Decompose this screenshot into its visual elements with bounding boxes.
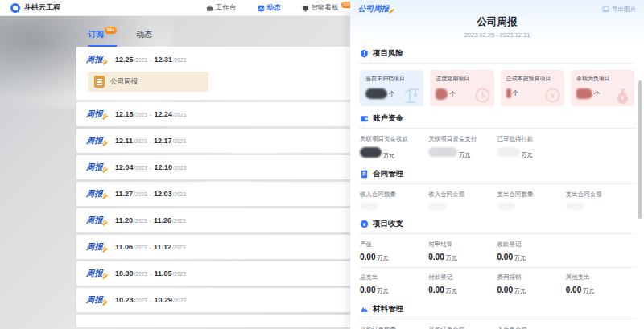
date-start-year: /2023 [134, 271, 147, 277]
date-end: 12.10 [154, 163, 172, 171]
nav-item-workbench[interactable]: 工作台 [206, 3, 237, 13]
doc-icon [94, 76, 105, 88]
date-separator: - [150, 297, 152, 304]
date-end-year: /2023 [172, 218, 185, 224]
date-end-year: /2023 [173, 112, 186, 117]
report-row[interactable]: 周报 10.23/2023-10.29/2023 [76, 288, 350, 312]
clock-icon [473, 86, 492, 105]
coin-icon: ¥ [360, 220, 369, 228]
report-tag: 周报 [86, 268, 108, 279]
nav-item-feed[interactable]: 动态 [258, 3, 281, 13]
date-end: 12.31 [154, 56, 172, 64]
date-range: 11.27/2023-12.03/2023 [115, 190, 186, 198]
left-panel: 订阅 99+ 动态 周报 12.25/2023 - 12.31/2023 [0, 16, 350, 329]
metric-income-contract-count: 收入合同数量 [360, 191, 428, 210]
date-end-year: /2023 [172, 245, 185, 250]
redacted-value [365, 88, 387, 99]
date-end-year: /2023 [173, 165, 186, 171]
metric-unit: 万元 [446, 287, 457, 295]
metric-label: 收款登记 [497, 241, 566, 249]
card-label: 进度延期项目 [436, 75, 488, 83]
redacted-value [360, 203, 378, 210]
board-icon [302, 5, 309, 12]
report-tag: 周报 [86, 135, 108, 146]
nav-item-board[interactable]: 智能看板 NEW [302, 3, 357, 13]
risk-card-negative-balance: 余额为负项目 个 ¥ [571, 70, 634, 106]
date-range: 10.23/2023-10.29/2023 [115, 296, 186, 304]
report-tag: 周报 [86, 162, 108, 173]
redacted-value [566, 203, 584, 210]
tab-subscribe[interactable]: 订阅 99+ [88, 29, 117, 47]
panel-scrollbar[interactable] [638, 80, 642, 219]
metric-approved-pending: 已审批待付款 万元 [497, 135, 566, 160]
metric-output-value: 产值 0.00万元 [360, 241, 428, 262]
metric-label: 采购订单数量 [360, 326, 428, 329]
report-row-partial[interactable] [76, 315, 350, 327]
report-tag: 周报 [86, 294, 108, 306]
metric-total-expense: 总支出 0.00万元 [360, 273, 428, 295]
card-unit: 个 [513, 89, 519, 97]
tab-label: 动态 [136, 29, 152, 40]
section-title: 材料管理 [373, 304, 403, 315]
contract-icon [360, 170, 369, 179]
report-row[interactable]: 周报 11.06/2023-11.12/2023 [76, 235, 350, 259]
section-funds: 账户资金 关联项目资金收款 万元 关联项目资金支付 万元 已审批待付款 万元 [350, 109, 644, 160]
report-subitem-company-weekly[interactable]: 公司周报 [88, 72, 208, 92]
metric-value: 0.00 [566, 286, 581, 294]
date-start: 10.23 [115, 296, 134, 304]
metric-value: 0.00 [497, 286, 513, 294]
date-end: 12.24 [154, 110, 172, 118]
report-tag: 周报 [86, 54, 108, 65]
report-row[interactable]: 周报 11.20/2023-11.26/2023 [76, 208, 350, 232]
date-range: 12.18/2023-12.24/2023 [115, 110, 186, 118]
date-separator: - [149, 138, 151, 145]
date-end: 11.12 [154, 243, 171, 251]
metric-other-expense: 其他支出 0.00万元 [566, 273, 634, 295]
export-image-button[interactable]: 导出图片 [602, 6, 636, 14]
date-start: 11.06 [115, 243, 133, 251]
tab-feed[interactable]: 动态 [136, 29, 152, 47]
report-row[interactable]: 周报 12.11/2023-12.17/2023 [76, 129, 350, 153]
card-unit: 个 [389, 90, 395, 98]
report-date-range: 2023.12.25 - 2023.12.31 [358, 31, 636, 39]
metric-funds-paid: 关联项目资金支付 万元 [428, 135, 497, 160]
date-range: 11.06/2023-11.12/2023 [115, 243, 185, 251]
date-range: 12.25/2023 - 12.31/2023 [115, 56, 186, 64]
metric-funds-received: 关联项目资金收款 万元 [360, 135, 428, 160]
report-row[interactable]: 周报 12.18/2023-12.24/2023 [76, 102, 350, 126]
metric-label: 产值 [360, 241, 428, 249]
metric-receipt-registration: 收款登记 0.00万元 [497, 241, 566, 262]
date-start: 12.25 [115, 56, 134, 64]
date-end: 11.05 [154, 269, 171, 278]
date-start-year: /2023 [134, 112, 147, 117]
date-start: 12.11 [115, 137, 133, 145]
metric-unit: 万元 [514, 254, 526, 262]
date-start: 12.18 [115, 110, 134, 118]
metric-label: 付款登记 [428, 273, 497, 282]
report-row[interactable]: 周报 10.30/2023-11.05/2023 [76, 261, 350, 286]
metric-value: 0.00 [428, 253, 444, 261]
report-row[interactable]: 周报 12.04/2023-12.10/2023 [76, 155, 350, 179]
risk-card-delayed: 进度延期项目 个 [430, 70, 493, 106]
metric-value: 0.00 [497, 253, 513, 261]
report-group[interactable]: 周报 12.25/2023 - 12.31/2023 公司周报 [76, 47, 350, 100]
section-title: 合同管理 [373, 169, 403, 179]
brand-name: 斗栱云工程 [24, 2, 60, 13]
date-end: 10.29 [154, 296, 172, 304]
date-range: 11.20/2023-11.26/2023 [115, 216, 185, 224]
date-start: 10.30 [115, 269, 134, 278]
metric-po-amount: 采购订单金额 0.00万元 [428, 326, 497, 329]
svg-text:¥: ¥ [551, 91, 555, 100]
card-label: 总成本超预算项目 [506, 75, 559, 83]
date-range: 12.11/2023-12.17/2023 [115, 137, 186, 145]
date-end-year: /2023 [173, 298, 186, 303]
report-tag: 周报 [86, 109, 108, 120]
corner-logo: 公司周报 [358, 4, 394, 14]
subitem-label: 公司周报 [110, 77, 138, 87]
report-row[interactable]: 周报 11.27/2023-12.03/2023 [76, 182, 350, 206]
card-unit: 个 [594, 90, 601, 98]
metric-label: 收入合同金额 [428, 191, 497, 199]
section-materials: 材料管理 采购订单数量 0个 采购订单金额 0.00万元 入库单金额 0.00万… [350, 300, 644, 329]
date-end-year: /2023 [173, 271, 186, 277]
section-title: 项目收支 [373, 219, 403, 229]
